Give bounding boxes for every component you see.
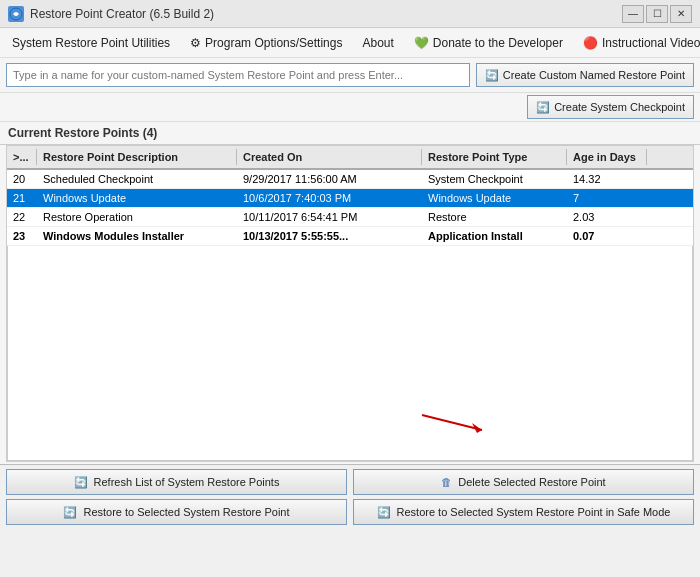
bottom-buttons-row2: 🔄 Restore to Selected System Restore Poi… — [0, 499, 700, 529]
refresh-label: Refresh List of System Restore Points — [94, 476, 280, 488]
about-label: About — [362, 36, 393, 50]
col-age: Age in Days — [567, 149, 647, 165]
list-header: >... Restore Point Description Created O… — [7, 146, 693, 170]
title-bar-left: Restore Point Creator (6.5 Build 2) — [8, 6, 214, 22]
menu-bar: System Restore Point Utilities ⚙ Program… — [0, 28, 700, 58]
options-label: Program Options/Settings — [205, 36, 342, 50]
cell-description: Windows Update — [37, 189, 237, 207]
cell-created: 10/13/2017 5:55:55... — [237, 227, 422, 245]
donate-icon: 💚 — [414, 36, 429, 50]
table-row[interactable]: 21 Windows Update 10/6/2017 7:40:03 PM W… — [7, 189, 693, 208]
menu-item-videos[interactable]: 🔴 Instructional Videos — [575, 33, 700, 53]
cell-age: 14.32 — [567, 170, 647, 188]
cell-type: Restore — [422, 208, 567, 226]
refresh-button[interactable]: 🔄 Refresh List of System Restore Points — [6, 469, 347, 495]
restore-icon: 🔄 — [63, 506, 77, 519]
utilities-label: System Restore Point Utilities — [12, 36, 170, 50]
cell-type: Windows Update — [422, 189, 567, 207]
refresh-icon: 🔄 — [74, 476, 88, 489]
cell-num: 20 — [7, 170, 37, 188]
maximize-button[interactable]: ☐ — [646, 5, 668, 23]
restore-list-section: >... Restore Point Description Created O… — [0, 145, 700, 464]
minimize-button[interactable]: — — [622, 5, 644, 23]
cell-created: 9/29/2017 11:56:00 AM — [237, 170, 422, 188]
create-custom-button[interactable]: 🔄 Create Custom Named Restore Point — [476, 63, 694, 87]
toolbar-row1: 🔄 Create Custom Named Restore Point — [0, 58, 700, 93]
delete-button[interactable]: 🗑 Delete Selected Restore Point — [353, 469, 694, 495]
cell-description: Scheduled Checkpoint — [37, 170, 237, 188]
cell-age: 2.03 — [567, 208, 647, 226]
menu-item-options[interactable]: ⚙ Program Options/Settings — [182, 33, 350, 53]
restore-points-title: Current Restore Points (4) — [8, 126, 157, 140]
cell-num: 22 — [7, 208, 37, 226]
safe-mode-label: Restore to Selected System Restore Point… — [397, 506, 671, 518]
custom-name-input[interactable] — [6, 63, 470, 87]
table-row[interactable]: 22 Restore Operation 10/11/2017 6:54:41 … — [7, 208, 693, 227]
options-icon: ⚙ — [190, 36, 201, 50]
create-custom-icon: 🔄 — [485, 69, 499, 82]
list-empty-area — [7, 246, 693, 461]
col-description: Restore Point Description — [37, 149, 237, 165]
menu-item-donate[interactable]: 💚 Donate to the Developer — [406, 33, 571, 53]
col-created: Created On — [237, 149, 422, 165]
cell-created: 10/11/2017 6:54:41 PM — [237, 208, 422, 226]
videos-icon: 🔴 — [583, 36, 598, 50]
cell-description: Windows Modules Installer — [37, 227, 237, 245]
svg-line-1 — [422, 415, 482, 430]
create-checkpoint-button[interactable]: 🔄 Create System Checkpoint — [527, 95, 694, 119]
create-custom-label: Create Custom Named Restore Point — [503, 69, 685, 81]
delete-arrow — [417, 405, 497, 435]
cell-num: 21 — [7, 189, 37, 207]
col-type: Restore Point Type — [422, 149, 567, 165]
create-checkpoint-icon: 🔄 — [536, 101, 550, 114]
create-checkpoint-label: Create System Checkpoint — [554, 101, 685, 113]
delete-icon: 🗑 — [441, 476, 452, 488]
videos-label: Instructional Videos — [602, 36, 700, 50]
restore-points-header: Current Restore Points (4) — [0, 122, 700, 145]
bottom-buttons-row1: 🔄 Refresh List of System Restore Points … — [0, 464, 700, 499]
table-row[interactable]: 20 Scheduled Checkpoint 9/29/2017 11:56:… — [7, 170, 693, 189]
app-icon — [8, 6, 24, 22]
cell-description: Restore Operation — [37, 208, 237, 226]
cell-age: 7 — [567, 189, 647, 207]
col-num: >... — [7, 149, 37, 165]
restore-button[interactable]: 🔄 Restore to Selected System Restore Poi… — [6, 499, 347, 525]
cell-created: 10/6/2017 7:40:03 PM — [237, 189, 422, 207]
window-controls: — ☐ ✕ — [622, 5, 692, 23]
cell-age: 0.07 — [567, 227, 647, 245]
donate-label: Donate to the Developer — [433, 36, 563, 50]
safe-mode-icon: 🔄 — [377, 506, 391, 519]
menu-item-about[interactable]: About — [354, 33, 401, 53]
title-bar: Restore Point Creator (6.5 Build 2) — ☐ … — [0, 0, 700, 28]
restore-label: Restore to Selected System Restore Point — [83, 506, 289, 518]
delete-label: Delete Selected Restore Point — [458, 476, 605, 488]
toolbar-row2: 🔄 Create System Checkpoint — [0, 93, 700, 122]
close-button[interactable]: ✕ — [670, 5, 692, 23]
cell-num: 23 — [7, 227, 37, 245]
safe-mode-button[interactable]: 🔄 Restore to Selected System Restore Poi… — [353, 499, 694, 525]
restore-list: >... Restore Point Description Created O… — [6, 145, 694, 462]
cell-type: Application Install — [422, 227, 567, 245]
menu-item-utilities[interactable]: System Restore Point Utilities — [4, 33, 178, 53]
cell-type: System Checkpoint — [422, 170, 567, 188]
app-title: Restore Point Creator (6.5 Build 2) — [30, 7, 214, 21]
table-row[interactable]: 23 Windows Modules Installer 10/13/2017 … — [7, 227, 693, 246]
